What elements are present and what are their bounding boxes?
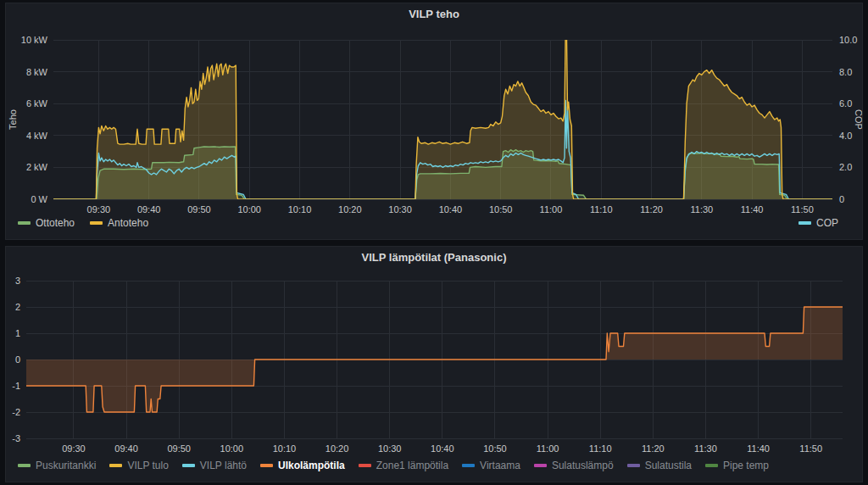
legend-item-ulkol-mp-tila[interactable]: Ulkolämpötila <box>260 460 345 471</box>
right-axis-title: COP <box>854 109 862 130</box>
panel-vilp-lampotilat: VILP lämpötilat (Panasonic) -3-2-1012309… <box>5 246 863 482</box>
svg-text:11:10: 11:10 <box>589 443 612 454</box>
svg-text:10:20: 10:20 <box>326 443 349 454</box>
svg-text:0: 0 <box>15 354 20 365</box>
legend-swatch <box>18 221 31 225</box>
legend-swatch <box>798 221 811 225</box>
svg-text:-3: -3 <box>12 433 20 443</box>
svg-text:10 kW: 10 kW <box>21 35 48 45</box>
svg-text:10:00: 10:00 <box>220 443 244 454</box>
svg-text:09:30: 09:30 <box>62 443 86 454</box>
svg-text:1: 1 <box>15 328 20 338</box>
panel-title[interactable]: VILP lämpötilat (Panasonic) <box>6 247 862 269</box>
legend-label: Zone1 lämpötila <box>376 460 448 471</box>
legend-item-antoteho[interactable]: Antoteho <box>90 217 148 229</box>
svg-text:8 kW: 8 kW <box>26 67 48 77</box>
legend-item-zone1-l-mp-tila[interactable]: Zone1 lämpötila <box>359 460 448 471</box>
svg-text:4.0: 4.0 <box>839 131 852 141</box>
legend-item-puskuritankki[interactable]: Puskuritankki <box>18 460 96 471</box>
legend-label: Puskuritankki <box>36 460 96 471</box>
svg-text:09:40: 09:40 <box>114 443 138 454</box>
svg-text:6 kW: 6 kW <box>26 98 48 109</box>
legend-swatch <box>260 464 273 467</box>
svg-text:10:20: 10:20 <box>338 204 362 215</box>
svg-text:2: 2 <box>15 302 20 312</box>
legend-item-sulatusl-mp-[interactable]: Sulatuslämpö <box>534 460 614 471</box>
teho-chart[interactable]: 0 W2 kW4 kW6 kW8 kW10 kW02.04.06.08.010.… <box>6 25 862 239</box>
legend-swatch <box>534 464 547 467</box>
legend-swatch <box>182 464 195 467</box>
legend-item-sulatustila[interactable]: Sulatustila <box>627 460 692 471</box>
svg-text:09:30: 09:30 <box>87 204 111 215</box>
svg-text:4 kW: 4 kW <box>26 131 48 141</box>
panel-vilp-teho: VILP teho 0 W2 kW4 kW6 kW8 kW10 kW02.04.… <box>5 3 863 240</box>
svg-text:11:10: 11:10 <box>590 204 613 215</box>
svg-text:0: 0 <box>839 194 844 204</box>
legend-swatch <box>90 221 103 225</box>
legend-label: Virtaama <box>480 460 520 471</box>
svg-text:11:20: 11:20 <box>640 204 663 215</box>
svg-text:10:30: 10:30 <box>378 443 402 454</box>
left-axis-title: Teho <box>8 109 18 130</box>
legend-label: Sulatuslämpö <box>552 460 614 471</box>
svg-text:0 W: 0 W <box>31 194 47 204</box>
svg-text:10:50: 10:50 <box>483 443 507 454</box>
svg-text:11:40: 11:40 <box>741 204 764 215</box>
svg-text:2.0: 2.0 <box>839 162 852 172</box>
svg-text:11:40: 11:40 <box>747 443 770 454</box>
teho-legend-right: COP <box>798 217 838 229</box>
svg-text:6.0: 6.0 <box>839 98 852 109</box>
svg-text:8.0: 8.0 <box>839 67 852 77</box>
svg-text:11:20: 11:20 <box>642 443 665 454</box>
legend-label: VILP tulo <box>127 460 168 471</box>
legend-swatch <box>705 464 718 467</box>
dashboard: VILP teho 0 W2 kW4 kW6 kW8 kW10 kW02.04.… <box>0 0 868 485</box>
legend-label: VILP lähtö <box>200 460 247 471</box>
svg-text:11:50: 11:50 <box>799 443 822 454</box>
svg-text:09:50: 09:50 <box>167 443 191 454</box>
svg-text:10:50: 10:50 <box>489 204 513 215</box>
legend-label: Ulkolämpötila <box>278 460 345 471</box>
legend-item-vilp-l-ht-[interactable]: VILP lähtö <box>182 460 247 471</box>
legend-label: Pipe temp <box>723 460 769 471</box>
legend-swatch <box>462 464 475 467</box>
lampotilat-legend: PuskuritankkiVILP tuloVILP lähtöUlkolämp… <box>18 460 769 471</box>
legend-swatch <box>627 464 640 467</box>
svg-text:09:40: 09:40 <box>137 204 161 215</box>
legend-item-virtaama[interactable]: Virtaama <box>462 460 520 471</box>
svg-text:10:40: 10:40 <box>439 204 463 215</box>
svg-text:-1: -1 <box>12 381 20 391</box>
svg-text:11:00: 11:00 <box>540 204 563 215</box>
svg-text:10:10: 10:10 <box>273 443 297 454</box>
lampotilat-chart[interactable]: -3-2-1012309:3009:4009:5010:0010:1010:20… <box>6 269 862 482</box>
svg-text:11:30: 11:30 <box>690 204 713 215</box>
panel-title[interactable]: VILP teho <box>6 3 862 25</box>
svg-text:10.0: 10.0 <box>839 35 857 45</box>
legend-label: COP <box>816 217 838 229</box>
svg-text:2 kW: 2 kW <box>26 162 48 172</box>
svg-text:-2: -2 <box>12 407 20 417</box>
legend-label: Ottoteho <box>36 217 75 229</box>
svg-text:3: 3 <box>15 276 20 286</box>
legend-label: Antoteho <box>108 217 148 229</box>
legend-swatch <box>109 464 122 467</box>
legend-item-vilp-tulo[interactable]: VILP tulo <box>109 460 168 471</box>
svg-text:11:50: 11:50 <box>791 204 814 215</box>
svg-text:10:30: 10:30 <box>388 204 412 215</box>
legend-label: Sulatustila <box>645 460 692 471</box>
legend-swatch <box>359 464 371 467</box>
svg-text:10:00: 10:00 <box>237 204 261 215</box>
svg-text:11:00: 11:00 <box>537 443 559 454</box>
svg-text:10:40: 10:40 <box>431 443 454 454</box>
teho-legend-left: OttotehoAntoteho <box>18 217 148 229</box>
svg-text:11:30: 11:30 <box>694 443 717 454</box>
legend-item-pipe-temp[interactable]: Pipe temp <box>705 460 769 471</box>
svg-text:09:50: 09:50 <box>187 204 211 215</box>
legend-item-cop[interactable]: COP <box>798 217 838 229</box>
legend-item-ottoteho[interactable]: Ottoteho <box>18 217 75 229</box>
legend-swatch <box>18 464 31 467</box>
svg-text:10:10: 10:10 <box>288 204 312 215</box>
